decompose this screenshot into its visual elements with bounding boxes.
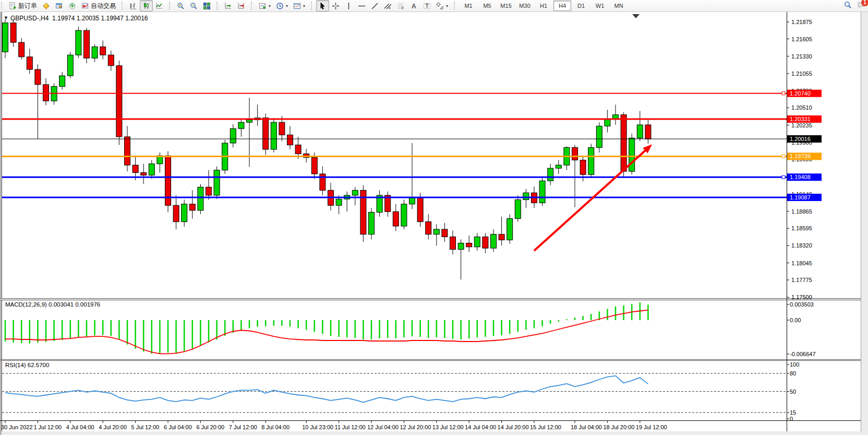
auto-scroll-button[interactable] (222, 0, 235, 11)
timeframe-button-m1[interactable]: M1 (460, 1, 477, 11)
rsi-axis-label: 0 (790, 416, 793, 422)
candle-bullish (149, 164, 154, 175)
candle-bullish (230, 128, 236, 143)
candle-chart-icon (142, 2, 150, 10)
cursor-icon (319, 2, 327, 10)
candle-bearish (206, 187, 212, 195)
line-handle[interactable] (782, 155, 785, 158)
candle-bearish (450, 237, 456, 250)
autotrading-icon (81, 2, 89, 10)
timeframe-button-m5[interactable]: M5 (478, 1, 496, 11)
bar-chart-button[interactable] (127, 0, 140, 11)
candle-bearish (499, 234, 504, 240)
timeframe-button-w1[interactable]: W1 (591, 1, 609, 11)
line-handle[interactable] (782, 175, 785, 179)
candle-bearish (572, 147, 578, 160)
time-tick-label: 5 Jul 12:00 (131, 424, 160, 430)
candle-bearish (35, 69, 41, 85)
trendline-button[interactable] (368, 0, 381, 11)
price-tick-label: 1.18045 (791, 260, 812, 266)
candle-bullish (523, 193, 529, 199)
rsi-axis-label: 100 (790, 361, 799, 368)
dropdown-caret-icon: ▾ (286, 4, 288, 8)
line-chart-button[interactable] (153, 0, 166, 11)
templates-button[interactable]: ▾ (291, 0, 308, 11)
timeframe-button-mn[interactable]: MN (610, 1, 628, 11)
clock-icon (276, 2, 284, 10)
candle-bullish (474, 237, 480, 247)
candle-bullish (605, 119, 610, 126)
cursor-button[interactable] (316, 0, 329, 11)
candle-bearish (393, 211, 399, 226)
candle-bearish (19, 42, 25, 57)
tile-windows-icon (203, 2, 211, 10)
price-badge-label: 1.20331 (790, 116, 811, 122)
zoom-out-button[interactable] (187, 0, 200, 11)
vertical-line-button[interactable] (342, 0, 355, 11)
channel-button[interactable]: E (381, 0, 394, 11)
timeframe-button-m15[interactable]: M15 (497, 1, 515, 11)
svg-text:E: E (389, 6, 391, 9)
candle-bullish (596, 126, 602, 147)
candle-chart-button[interactable] (140, 0, 153, 11)
candle-bearish (27, 57, 32, 69)
new-order-button-label: 新订单 (18, 2, 37, 10)
fibonacci-button[interactable]: F (394, 0, 407, 11)
label-button[interactable]: T (420, 0, 433, 11)
svg-text:F: F (402, 6, 404, 10)
macd-indicator-label: MACD(12,26,9) 0.003041 0.001976 (5, 301, 100, 308)
candle-bullish (637, 125, 643, 138)
time-tick-label: 11 Jul 12:00 (335, 424, 366, 430)
price-tick-label: 1.18595 (791, 225, 812, 231)
time-tick-label: 18 Jul 20:00 (603, 424, 634, 430)
chart-menu-icon[interactable]: ▼ (4, 15, 8, 20)
autotrading-button[interactable]: 自动交易 (79, 0, 118, 11)
candle-bearish (116, 66, 122, 137)
zoom-in-button[interactable] (174, 0, 187, 11)
candle-bullish (214, 170, 220, 195)
candle-bearish (189, 204, 195, 210)
signals-button[interactable] (66, 0, 79, 11)
timeframe-button-m30[interactable]: M30 (516, 1, 534, 11)
new-order-button[interactable]: 新订单 (6, 0, 40, 11)
candle-bullish (401, 204, 407, 226)
crosshair-icon (332, 2, 340, 10)
price-tick-label: 1.20510 (791, 104, 812, 111)
candle-bearish (295, 145, 301, 154)
rsi-indicator-label: RSI(14) 62.5700 (5, 362, 49, 368)
horizontal-line-button[interactable] (355, 0, 368, 11)
price-tick-label: 1.21875 (791, 19, 812, 25)
candle-bullish (336, 199, 342, 205)
crosshair-button[interactable] (329, 0, 342, 11)
market-watch-button[interactable] (53, 0, 66, 11)
chart-shift-button[interactable] (235, 0, 248, 11)
candle-bullish (92, 47, 98, 58)
styler-button[interactable] (40, 0, 53, 11)
text-button[interactable]: A (407, 0, 420, 11)
candle-bearish (279, 122, 285, 135)
timeframe-button-d1[interactable]: D1 (572, 1, 590, 11)
line-chart-icon (155, 2, 163, 10)
chart-symbol-timeframe: GBPUSD-,H4 (10, 15, 49, 22)
search-icon[interactable] (844, 1, 852, 10)
candle-bearish (580, 160, 586, 174)
candle-bearish (645, 125, 651, 139)
candle-bearish (417, 198, 423, 222)
text-icon: A (410, 2, 418, 10)
candle-bullish (238, 122, 244, 128)
line-handle[interactable] (782, 92, 785, 95)
periods-button[interactable]: ▾ (273, 0, 291, 11)
timeframe-button-h1[interactable]: H1 (535, 1, 552, 11)
toolbar-right-icons: 1 (844, 0, 865, 11)
timeframe-button-h4[interactable]: H4 (553, 1, 571, 11)
time-tick-label: 14 Jul 20:00 (498, 424, 529, 430)
indicators-button[interactable]: ▾ (256, 0, 273, 11)
bar-chart-icon (129, 2, 137, 10)
candle-bullish (548, 168, 553, 181)
candle-bearish (621, 115, 626, 171)
chart-canvas: 1.218751.216051.213301.210551.207801.205… (0, 0, 868, 435)
price-tick-label: 1.21055 (791, 70, 812, 77)
shapes-button[interactable]: ▾ (433, 0, 451, 11)
tile-windows-button[interactable] (200, 0, 213, 11)
notifications-icon[interactable]: 1 (857, 1, 865, 10)
